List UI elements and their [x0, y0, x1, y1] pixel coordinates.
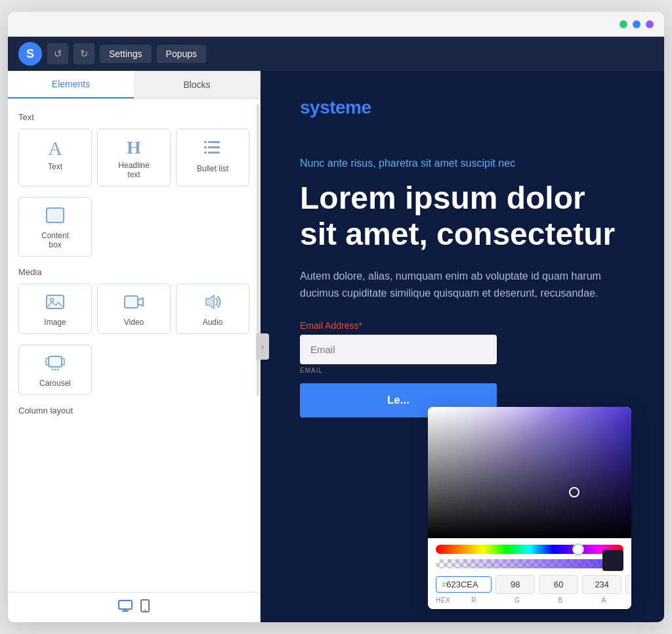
content-box-label: Contentbox — [41, 231, 69, 249]
black-overlay — [428, 407, 631, 538]
undo-button[interactable]: ↺ — [47, 43, 68, 64]
preview-body: Autem dolore, alias, numquam enim ab vol… — [300, 268, 625, 301]
app-window: S ↺ ↻ Settings Popups Elements Blocks — [8, 12, 664, 622]
headline-element[interactable]: H Headlinetext — [97, 129, 171, 186]
svg-rect-4 — [204, 152, 207, 154]
hex-label: HEX — [436, 597, 450, 604]
color-inputs: # 98 60 234 100 — [436, 575, 623, 594]
preview-headline: Lorem ipsum dolor sit amet, consectetur — [300, 180, 625, 252]
text-element[interactable]: A Text — [18, 129, 92, 186]
section-column-label: Column layout — [18, 406, 249, 415]
svg-rect-11 — [49, 356, 62, 367]
preview-email-label: Email Address* — [300, 320, 625, 331]
image-icon — [45, 293, 65, 314]
tab-blocks[interactable]: Blocks — [134, 71, 260, 98]
svg-rect-17 — [119, 601, 132, 609]
svg-rect-9 — [125, 296, 138, 308]
desktop-view-button[interactable] — [118, 600, 133, 615]
svg-rect-3 — [208, 146, 220, 148]
text-elements-grid: A Text H Headlinetext — [18, 129, 249, 186]
svg-rect-5 — [208, 152, 220, 154]
svg-rect-13 — [62, 358, 64, 365]
alpha-track — [436, 559, 623, 568]
video-element[interactable]: Video — [97, 284, 171, 334]
svg-point-15 — [54, 369, 56, 371]
popups-button[interactable]: Popups — [157, 45, 206, 63]
r-input[interactable]: 98 — [495, 575, 535, 594]
preview-logo: systeme — [300, 97, 625, 118]
hex-hash: # — [442, 580, 446, 589]
hex-input-wrapper[interactable]: # — [436, 576, 492, 593]
sidebar: Elements Blocks Text A Text — [8, 71, 261, 622]
carousel-element[interactable]: Carousel — [18, 345, 92, 395]
redo-button[interactable]: ↻ — [74, 43, 94, 64]
g-label: G — [497, 597, 537, 604]
svg-point-19 — [144, 610, 146, 611]
svg-point-14 — [52, 369, 54, 371]
audio-icon — [203, 293, 222, 314]
image-label: Image — [44, 318, 66, 327]
headline-icon: H — [127, 138, 141, 157]
logo-button[interactable]: S — [18, 42, 42, 66]
color-cursor[interactable] — [569, 487, 579, 497]
sidebar-tabs: Elements Blocks — [8, 71, 260, 99]
preview-email-sublabel: EMAIL — [300, 367, 625, 374]
text-element-label: Text — [48, 162, 62, 171]
title-bar — [8, 12, 664, 37]
sidebar-footer — [8, 592, 260, 622]
image-element[interactable]: Image — [18, 284, 92, 334]
section-media-label: Media — [18, 267, 249, 277]
canvas-area: systeme Nunc ante risus, pharetra sit am… — [261, 71, 664, 622]
video-label: Video — [124, 318, 144, 327]
text-icon: A — [48, 138, 62, 158]
b-input[interactable]: 234 — [582, 575, 621, 594]
color-swatch[interactable] — [602, 550, 623, 571]
audio-label: Audio — [203, 318, 223, 327]
carousel-grid: Carousel — [18, 345, 249, 395]
color-picker-controls: # 98 60 234 100 HEX R G B A — [428, 538, 631, 609]
window-controls — [620, 20, 654, 28]
mobile-view-button[interactable] — [140, 599, 150, 616]
carousel-label: Carousel — [39, 379, 71, 388]
main-area: Elements Blocks Text A Text — [8, 71, 664, 622]
svg-rect-0 — [204, 141, 207, 143]
a-label: A — [584, 597, 623, 604]
a-input[interactable]: 100 — [625, 575, 631, 594]
svg-rect-6 — [47, 208, 64, 222]
headline-element-label: Headlinetext — [118, 161, 149, 179]
preview-email-input[interactable] — [300, 335, 497, 364]
r-label: R — [454, 597, 494, 604]
b-label: B — [541, 597, 580, 604]
toolbar: S ↺ ↻ Settings Popups — [8, 37, 664, 71]
purple-dot[interactable] — [646, 20, 654, 28]
hue-thumb[interactable] — [572, 543, 584, 555]
section-text-label: Text — [18, 112, 249, 122]
hex-input[interactable] — [446, 580, 486, 589]
video-icon — [123, 293, 144, 314]
blue-dot[interactable] — [633, 20, 640, 28]
content-box-grid: Contentbox — [18, 197, 249, 257]
content-box-icon — [45, 207, 65, 227]
svg-rect-7 — [47, 295, 64, 308]
carousel-icon — [45, 354, 65, 375]
svg-marker-10 — [206, 295, 214, 308]
tab-elements[interactable]: Elements — [8, 71, 134, 98]
svg-rect-12 — [46, 358, 49, 365]
settings-button[interactable]: Settings — [100, 45, 152, 63]
content-box-element[interactable]: Contentbox — [18, 197, 92, 257]
svg-rect-1 — [208, 141, 220, 143]
bullet-list-icon — [203, 138, 222, 160]
sidebar-content: Text A Text H Headlinetext — [8, 99, 260, 592]
sidebar-collapse-toggle[interactable]: › — [256, 333, 269, 360]
color-gradient-area[interactable] — [428, 407, 631, 538]
bullet-list-element[interactable]: Bullet list — [176, 129, 249, 186]
audio-element[interactable]: Audio — [176, 284, 249, 334]
preview-subtitle: Nunc ante risus, pharetra sit amet susci… — [300, 158, 625, 169]
g-input[interactable]: 60 — [539, 575, 578, 594]
alpha-slider[interactable] — [436, 559, 623, 568]
color-picker-popup: # 98 60 234 100 HEX R G B A — [428, 407, 631, 609]
green-dot[interactable] — [620, 20, 627, 28]
bullet-list-label: Bullet list — [197, 164, 228, 173]
color-input-labels: HEX R G B A — [436, 597, 623, 604]
hue-slider[interactable] — [436, 545, 623, 554]
